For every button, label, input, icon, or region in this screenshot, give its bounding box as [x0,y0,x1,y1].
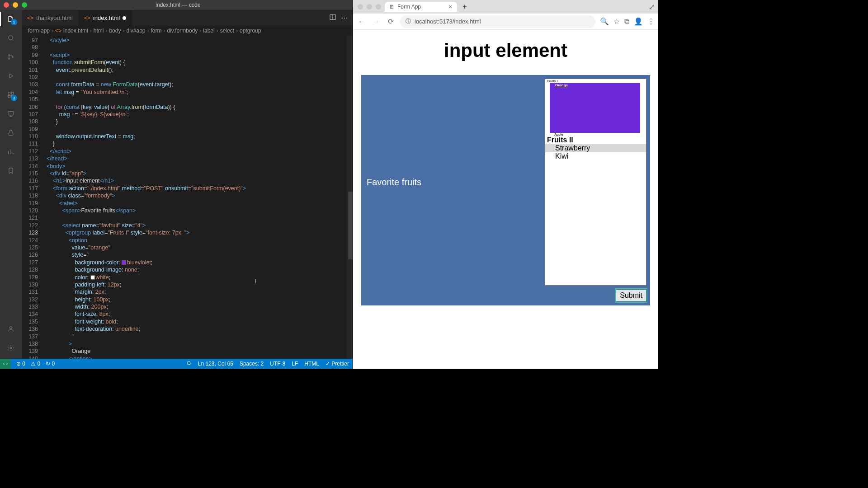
extensions-badge: 3 [11,95,17,101]
search-icon[interactable] [5,33,16,43]
more-icon[interactable]: ⋯ [341,14,348,22]
window-expand-icon[interactable]: ⤢ [649,3,655,11]
browser-page: input element Favorite fruits Fruits I O… [353,30,658,369]
editor-area: <>thankyou.html <>index.html ⋯ form-app›… [22,10,353,359]
eol[interactable]: LF [292,361,298,367]
svg-rect-8 [8,112,14,115]
svg-point-10 [10,347,12,349]
traffic-lights [4,2,27,8]
profile-icon[interactable]: 👤 [634,17,643,26]
favorite-fruits-label: Favorite fruits [365,177,421,188]
svg-point-3 [12,56,14,58]
debug-icon[interactable] [5,70,16,81]
activity-bar: 1 3 [0,10,22,359]
optgroup-fruits1-label: Fruits I [545,79,646,83]
browser-tab[interactable]: 🗎Form App ✕ [385,2,457,12]
zoom-window[interactable] [376,4,381,9]
page-favicon-icon: 🗎 [389,4,395,10]
source-control-icon[interactable] [5,52,16,62]
minimize-window[interactable] [367,4,372,9]
errors-count[interactable]: ⊘ 0 [16,361,25,367]
browser-window: 🗎Form App ✕ + ⤢ ← → ⟳ ⓘ localhost:5173/i… [353,0,658,369]
back-button[interactable]: ← [357,18,367,26]
close-tab-icon[interactable]: ✕ [448,4,453,10]
code-content[interactable]: </style> <script> function submitForm(ev… [43,36,353,359]
optgroup-fruits2-label: Fruits II [545,136,646,144]
html-file-icon: <> [84,15,90,21]
browser-toolbar: ← → ⟳ ⓘ localhost:5173/index.html 🔍 ☆ ⧉ … [353,14,658,30]
status-bar: ⊘ 0 ⚠ 0 ↻ 0 Ln 123, Col 65 Spaces: 2 UTF… [0,359,353,369]
extensions-icon[interactable]: ⧉ [624,18,629,26]
remote-indicator[interactable] [0,359,11,369]
extensions-icon[interactable]: 3 [5,89,16,100]
encoding[interactable]: UTF-8 [270,361,285,367]
html-file-icon: <> [27,15,33,21]
address-bar[interactable]: ⓘ localhost:5173/index.html [400,15,595,28]
submit-button[interactable]: Submit [616,289,646,302]
option-kiwi[interactable]: Kiwi [545,152,646,160]
dirty-dot-icon [123,16,126,20]
tab-actions: ⋯ [329,10,353,26]
vscode-window: index.html — code 1 3 [0,0,353,369]
minimize-window[interactable] [13,2,18,8]
code-editor[interactable]: 9798991001011021031041051061071081091101… [22,36,353,359]
line-gutter: 9798991001011021031041051061071081091101… [22,36,43,359]
graph-icon[interactable] [5,146,16,157]
form-section: Favorite fruits Fruits I Orange Apple Fr… [361,75,650,305]
ports-count[interactable]: ↻ 0 [46,361,55,367]
window-title: index.html — code [156,2,200,8]
svg-point-2 [9,58,10,60]
zoom-window[interactable] [22,2,27,8]
svg-rect-4 [8,92,10,94]
split-editor-icon[interactable] [329,14,336,23]
explorer-icon[interactable]: 1 [5,14,16,24]
bookmark-icon[interactable]: ☆ [613,17,620,26]
prettier-status[interactable]: ✓ Prettier [326,361,349,367]
tab-thankyou[interactable]: <>thankyou.html [22,10,79,26]
svg-rect-5 [11,92,14,94]
traffic-lights [358,4,381,9]
remote-explorer-icon[interactable] [5,108,16,119]
account-icon[interactable] [5,324,16,334]
language-mode[interactable]: HTML [304,361,319,367]
browser-titlebar: 🗎Form App ✕ + ⤢ [353,0,658,14]
new-tab-button[interactable]: + [460,3,469,11]
zoom-icon[interactable] [186,361,192,367]
editor-tabs: <>thankyou.html <>index.html ⋯ [22,10,353,26]
tab-index[interactable]: <>index.html [79,10,132,26]
reload-button[interactable]: ⟳ [386,17,396,26]
gear-icon[interactable] [5,343,16,353]
svg-point-9 [9,327,12,329]
text-cursor-icon [252,277,259,285]
vscode-titlebar: index.html — code [0,0,353,10]
cursor-position[interactable]: Ln 123, Col 65 [198,361,233,367]
forward-button[interactable]: → [371,18,381,26]
option-apple[interactable]: Apple [545,133,646,136]
close-window[interactable] [4,2,9,8]
breadcrumbs[interactable]: form-app› <> index.html› html› body› div… [22,26,353,36]
warnings-count[interactable]: ⚠ 0 [31,361,40,367]
site-info-icon[interactable]: ⓘ [406,18,411,25]
explorer-badge: 1 [11,19,17,25]
option-strawberry[interactable]: Strawberry [545,144,646,152]
indent-setting[interactable]: Spaces: 2 [240,361,264,367]
option-orange[interactable]: Orange [550,83,640,133]
svg-point-12 [187,361,190,365]
svg-point-1 [9,55,10,56]
favfruit-select[interactable]: Fruits I Orange Apple Fruits II Strawber… [545,79,646,286]
svg-point-0 [9,36,13,40]
menu-icon[interactable]: ⋮ [647,17,655,26]
close-window[interactable] [358,4,363,9]
testing-icon[interactable] [5,127,16,138]
scrollbar-thumb[interactable] [348,192,353,259]
bookmark-icon[interactable] [5,165,16,176]
svg-rect-6 [8,95,10,98]
page-heading: input element [361,40,650,61]
zoom-icon[interactable]: 🔍 [600,17,609,26]
